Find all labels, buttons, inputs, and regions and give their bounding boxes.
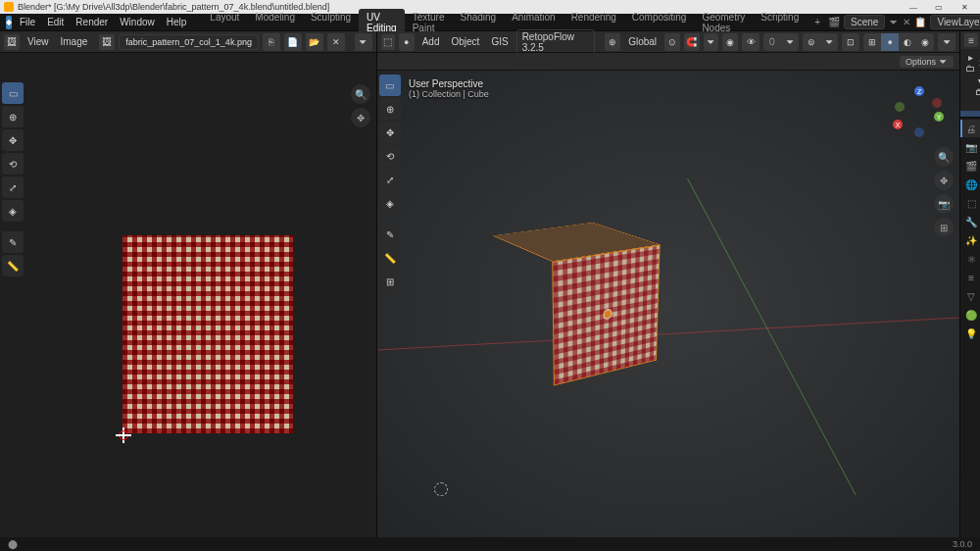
properties-tab-8[interactable]: ≡ (960, 269, 980, 286)
image-browse-icon[interactable]: 🖼 (99, 34, 115, 50)
scene-remove-button[interactable]: ✕ (903, 17, 910, 27)
properties-tab-7[interactable]: ⚛ (960, 250, 980, 268)
nav-zoom-icon[interactable]: 🔍 (934, 147, 954, 167)
rotate-tool-button[interactable]: ⟲ (379, 145, 401, 167)
scene-new-button[interactable]: ⏷ (889, 17, 899, 27)
add-primitive-tool-button[interactable]: ⊞ (379, 271, 401, 292)
properties-tab-11[interactable]: 💡 (960, 325, 980, 342)
menu-help[interactable]: Help (161, 15, 193, 29)
uv-menu-view[interactable]: View (24, 34, 53, 49)
properties-tab-9[interactable]: ▽ (960, 287, 980, 305)
image-filename-field[interactable]: fabric_pattern_07_col_1_4k.png (119, 34, 259, 50)
gizmo-menu[interactable]: ⏷ (781, 33, 799, 51)
editor-type-dropdown[interactable]: 🖼 (4, 34, 20, 50)
gizmo-neg-z-axis[interactable] (914, 127, 924, 137)
object-mode-dropdown[interactable]: ● (399, 33, 415, 51)
gizmo-neg-x-axis[interactable] (932, 98, 942, 108)
image-new-button[interactable]: 📄 (284, 33, 302, 51)
select-box-tool-button[interactable]: ▭ (2, 82, 24, 104)
nav-gizmo[interactable]: Z Y X (891, 84, 946, 139)
tree-scene-collection[interactable]: ▸🗀 Scene Collection (960, 51, 980, 75)
vp-menu-add[interactable]: Add (418, 34, 444, 49)
properties-tab-3[interactable]: 🌐 (960, 175, 980, 193)
window-close-button[interactable]: ✕ (953, 0, 976, 14)
image-unlink-button[interactable]: ✕ (327, 33, 345, 51)
viewlayer-dropdown[interactable]: ViewLayer (930, 15, 980, 29)
pivot-dropdown[interactable]: ⊙ (664, 33, 680, 51)
rotate-tool-button[interactable]: ⟲ (2, 153, 24, 175)
image-link-button[interactable]: ⎘ (263, 33, 280, 51)
image-open-button[interactable]: 📂 (306, 33, 323, 51)
select-box-tool-button[interactable]: ▭ (379, 75, 401, 96)
overlay-toggle[interactable]: ⊚ (803, 33, 820, 51)
properties-tab-1[interactable]: 📷 (960, 138, 980, 156)
menu-render[interactable]: Render (70, 15, 114, 29)
orientation-icon[interactable]: ⊕ (605, 33, 620, 51)
measure-tool-button[interactable]: 📏 (379, 247, 401, 269)
xray-toggle[interactable]: ⊡ (842, 33, 859, 51)
nav-persp-icon[interactable]: ⊞ (934, 218, 954, 237)
annotate-tool-button[interactable]: ✎ (2, 231, 24, 253)
menu-edit[interactable]: Edit (41, 15, 70, 29)
scale-tool-button[interactable]: ⤢ (2, 176, 24, 198)
shading-solid-button[interactable]: ● (881, 33, 899, 51)
snap-type-dropdown[interactable]: ⏷ (704, 33, 719, 51)
cursor-tool-button[interactable]: ⊕ (2, 106, 24, 127)
shading-rendered-button[interactable]: ◉ (916, 33, 934, 51)
transform-tool-button[interactable]: ◈ (379, 192, 401, 214)
window-maximize-button[interactable]: ▭ (927, 0, 951, 14)
menu-window[interactable]: Window (114, 15, 161, 29)
viewport-options-button[interactable]: Options ⏷ (900, 56, 954, 68)
shading-matprev-button[interactable]: ◐ (899, 33, 916, 51)
properties-tab-10[interactable]: 🟢 (960, 306, 980, 324)
overlay-menu[interactable]: ⏷ (820, 33, 838, 51)
cursor-tool-button[interactable]: ⊕ (379, 98, 401, 120)
gizmo-neg-y-axis[interactable] (895, 102, 905, 112)
orientation-dropdown[interactable]: Global (624, 34, 661, 49)
gizmo-z-axis[interactable]: Z (914, 86, 924, 96)
scene-dropdown[interactable]: Scene (844, 15, 885, 29)
lamp-gizmo-icon[interactable] (434, 482, 448, 496)
measure-tool-button[interactable]: 📏 (2, 255, 24, 276)
uv-pan-icon[interactable]: ✥ (351, 108, 370, 127)
uv-menu-image[interactable]: Image (57, 34, 92, 49)
viewport-editortype-dropdown[interactable]: ⬚ (381, 34, 395, 50)
move-tool-button[interactable]: ✥ (2, 129, 24, 151)
move-tool-button[interactable]: ✥ (379, 122, 401, 143)
gizmo-y-axis[interactable]: Y (934, 112, 944, 122)
window-minimize-button[interactable]: — (902, 0, 925, 14)
properties-tab-0[interactable]: 🖨 (960, 120, 980, 137)
uv-zoom-icon[interactable]: 🔍 (351, 84, 370, 104)
overlays-visibility-button[interactable]: 👁 (742, 33, 760, 51)
transform-tool-button[interactable]: ◈ (2, 200, 24, 222)
shading-options-dropdown[interactable]: ⏷ (938, 33, 956, 51)
cube-mesh[interactable] (520, 230, 640, 383)
tree-item-cube[interactable]: ▽Cube👁📷 (960, 111, 980, 117)
properties-tab-6[interactable]: ✨ (960, 231, 980, 249)
status-record-icon[interactable]: ⬤ (8, 539, 18, 549)
vp-menu-object[interactable]: Object (448, 34, 484, 49)
blender-logo-icon[interactable]: ◆ (6, 16, 12, 29)
tree-collection[interactable]: ▾🗀 Collection ☑👁📷 (960, 75, 980, 98)
snap-toggle[interactable]: 🧲 (684, 33, 700, 51)
menu-file[interactable]: File (14, 15, 41, 29)
properties-tab-2[interactable]: 🎬 (960, 157, 980, 175)
viewlayer-icon[interactable]: 📋 (914, 17, 926, 27)
gizmo-toggle[interactable]: ⬯ (763, 33, 781, 51)
uv-canvas[interactable]: ▭⊕✥⟲⤢◈✎📏 🔍 ✥ (0, 53, 376, 537)
vp-menu-gis[interactable]: GIS (487, 34, 512, 49)
annotate-tool-button[interactable]: ✎ (379, 224, 401, 245)
workspace-add-button[interactable]: + (808, 14, 826, 30)
properties-tab-4[interactable]: ⬚ (960, 194, 980, 212)
uv-display-dropdown[interactable]: ⏷ (355, 33, 372, 51)
tree-item-camera[interactable]: 📷Camera👁📷 (960, 98, 980, 111)
viewport-canvas[interactable]: ▭⊕✥⟲⤢◈✎📏⊞ User Perspective (1) Collectio… (377, 71, 959, 537)
properties-tab-5[interactable]: 🔧 (960, 213, 980, 230)
scene-chooser-icon[interactable]: 🎬 (828, 17, 840, 27)
shading-wireframe-button[interactable]: ⊞ (863, 33, 881, 51)
nav-pan-icon[interactable]: ✥ (934, 171, 954, 190)
gizmo-x-axis[interactable]: X (893, 120, 903, 129)
proportional-toggle[interactable]: ◉ (722, 33, 738, 51)
retopoflow-button[interactable]: RetopoFlow 3.2.5 (516, 29, 596, 55)
outliner-editortype-dropdown[interactable]: ≡ (964, 33, 978, 47)
